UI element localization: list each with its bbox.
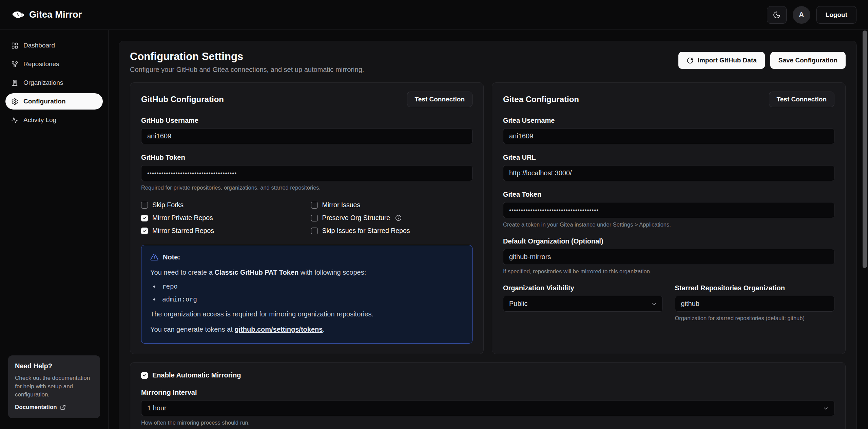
starred-repos-org-input[interactable] — [675, 296, 835, 312]
pat-token-note: Note: You need to create a Classic GitHu… — [141, 245, 472, 344]
page-title: Configuration Settings — [130, 51, 364, 63]
sidebar-item-repositories[interactable]: Repositories — [5, 56, 103, 72]
gitea-token-help: Create a token in your Gitea instance un… — [503, 221, 834, 228]
sidebar-item-dashboard[interactable]: Dashboard — [5, 37, 103, 54]
checkbox-box — [141, 228, 148, 234]
chevron-down-icon — [823, 405, 829, 412]
github-username-input[interactable] — [141, 128, 472, 144]
activity-pulse-icon — [11, 117, 18, 124]
note-tokens-line: You can generate tokens at github.com/se… — [150, 324, 463, 334]
teacup-logo-icon — [12, 8, 24, 21]
sidebar: Dashboard Repositories Organizations Con… — [0, 30, 109, 429]
building-icon — [11, 79, 18, 86]
mirroring-interval-help: How often the mirroring process should r… — [141, 420, 834, 426]
checkbox-preserve-org-structure[interactable]: Preserve Org Structure — [311, 214, 473, 222]
checkbox-skip-forks[interactable]: Skip Forks — [141, 201, 303, 209]
checkbox-box — [311, 215, 318, 221]
checkbox-box — [311, 228, 318, 234]
scope-item: repo — [153, 281, 463, 291]
starred-repos-org-label: Starred Repositories Organization — [675, 284, 835, 292]
sidebar-item-label: Dashboard — [23, 42, 55, 49]
warning-triangle-icon — [150, 253, 158, 261]
gitea-username-input[interactable] — [503, 128, 834, 144]
gitea-token-input[interactable] — [503, 202, 834, 218]
content-panel: Configuration Settings Configure your Gi… — [119, 41, 857, 429]
github-token-help: Required for private repositories, organ… — [141, 184, 472, 191]
app-title: Gitea Mirror — [29, 9, 82, 20]
theme-toggle-button[interactable] — [767, 6, 787, 24]
checkbox-mirror-private-repos[interactable]: Mirror Private Repos — [141, 214, 303, 222]
user-avatar[interactable]: A — [793, 6, 810, 24]
mirroring-interval-label: Mirroring Interval — [141, 389, 834, 396]
note-org-access: The organization access is required for … — [150, 309, 463, 319]
top-bar: Gitea Mirror A Logout — [0, 0, 868, 30]
external-link-icon — [60, 405, 66, 410]
sidebar-item-organizations[interactable]: Organizations — [5, 75, 103, 91]
chevron-down-icon — [651, 301, 657, 307]
check-icon — [142, 229, 147, 233]
logout-button[interactable]: Logout — [816, 6, 856, 24]
starred-repos-org-help: Organization for starred repositories (d… — [675, 315, 835, 321]
organization-visibility-label: Organization Visibility — [503, 284, 663, 292]
gitea-url-label: Gitea URL — [503, 154, 834, 161]
gitea-configuration-card: Gitea Configuration Test Connection Gite… — [492, 82, 846, 354]
gitea-url-input[interactable] — [503, 165, 834, 181]
github-test-connection-button[interactable]: Test Connection — [407, 92, 472, 107]
github-token-input[interactable] — [141, 165, 472, 181]
github-settings-tokens-link[interactable]: github.com/settings/tokens — [234, 326, 323, 333]
github-username-label: GitHub Username — [141, 117, 472, 124]
scrollbar-thumb[interactable] — [863, 31, 867, 268]
automatic-mirroring-card: Enable Automatic Mirroring Mirroring Int… — [130, 362, 846, 429]
checkbox-box — [141, 215, 148, 221]
sidebar-item-label: Organizations — [23, 79, 63, 86]
note-title: Note: — [163, 252, 180, 262]
git-fork-icon — [11, 61, 18, 68]
sidebar-item-label: Repositories — [23, 60, 59, 68]
import-github-data-button[interactable]: Import GitHub Data — [678, 52, 765, 69]
mirroring-interval-select[interactable]: 1 hour — [141, 400, 834, 416]
main-area: Configuration Settings Configure your Gi… — [109, 30, 868, 429]
github-configuration-card: GitHub Configuration Test Connection Git… — [130, 82, 484, 354]
default-organization-help: If specified, repositories will be mirro… — [503, 268, 834, 275]
sidebar-item-configuration[interactable]: Configuration — [5, 93, 103, 110]
dashboard-grid-icon — [11, 42, 18, 49]
github-card-title: GitHub Configuration — [141, 95, 224, 104]
enable-automatic-mirroring-checkbox[interactable]: Enable Automatic Mirroring — [141, 371, 834, 379]
note-intro: You need to create a Classic GitHub PAT … — [150, 267, 463, 277]
help-title: Need Help? — [15, 362, 93, 370]
moon-icon — [773, 11, 781, 19]
checkbox-box — [141, 202, 148, 209]
gitea-username-label: Gitea Username — [503, 117, 834, 124]
organization-visibility-select[interactable]: Public — [503, 296, 663, 312]
gitea-card-title: Gitea Configuration — [503, 95, 579, 104]
top-actions: A Logout — [767, 6, 856, 24]
sidebar-menu: Dashboard Repositories Organizations Con… — [5, 37, 103, 128]
checkbox-box — [311, 202, 318, 209]
documentation-link[interactable]: Documentation — [15, 404, 93, 411]
gitea-token-label: Gitea Token — [503, 191, 834, 198]
github-token-label: GitHub Token — [141, 154, 472, 161]
save-configuration-button[interactable]: Save Configuration — [770, 52, 846, 69]
page-header: Configuration Settings Configure your Gi… — [130, 51, 846, 74]
app-brand: Gitea Mirror — [12, 8, 82, 21]
checkbox-mirror-issues[interactable]: Mirror Issues — [311, 201, 473, 209]
need-help-card: Need Help? Check out the documentation f… — [8, 355, 100, 418]
github-options-grid: Skip Forks Mirror Issues Mirror Private … — [141, 201, 472, 235]
checkbox-box — [141, 372, 148, 379]
page-subtitle: Configure your GitHub and Gitea connecti… — [130, 66, 364, 74]
scope-item: admin:org — [153, 294, 463, 304]
sidebar-item-activity-log[interactable]: Activity Log — [5, 112, 103, 128]
app-root: Gitea Mirror A Logout Dashboard Reposito… — [0, 0, 868, 429]
refresh-icon — [687, 57, 694, 64]
page-actions: Import GitHub Data Save Configuration — [678, 51, 846, 69]
gitea-test-connection-button[interactable]: Test Connection — [769, 92, 834, 107]
default-organization-input[interactable] — [503, 249, 834, 265]
gear-icon — [11, 98, 18, 105]
sidebar-item-label: Configuration — [23, 98, 66, 105]
checkbox-skip-issues-starred[interactable]: Skip Issues for Starred Repos — [311, 227, 473, 235]
help-text: Check out the documentation for help wit… — [15, 374, 93, 399]
sidebar-item-label: Activity Log — [23, 116, 56, 124]
checkbox-mirror-starred-repos[interactable]: Mirror Starred Repos — [141, 227, 303, 235]
check-icon — [142, 373, 147, 377]
default-organization-label: Default Organization (Optional) — [503, 237, 834, 245]
